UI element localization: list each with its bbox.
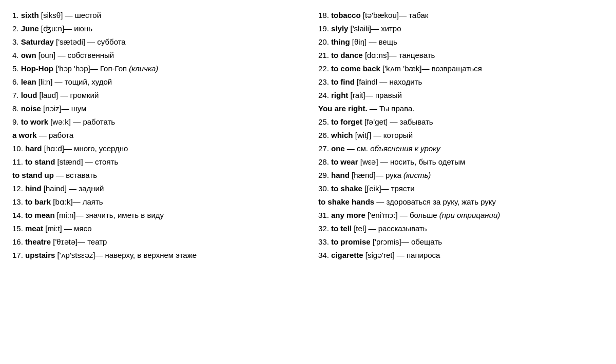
- entry-translation: больше: [410, 211, 437, 219]
- list-item: 33. to promise ['prɔmis]— обещать: [318, 236, 604, 248]
- list-item: 27. one — см. объяснения к уроку: [318, 143, 604, 155]
- entry-dash: —: [368, 104, 379, 113]
- entry-word: Hop-Hop: [21, 64, 53, 73]
- entry-num: 13.: [12, 197, 25, 206]
- entry-num: 23.: [318, 77, 331, 86]
- entry-dash: —: [71, 117, 83, 126]
- entry-num: 27.: [318, 144, 331, 153]
- entry-word: to work: [21, 117, 48, 126]
- entry-word: thing: [331, 37, 350, 46]
- list-item: 17. upstairs ['ʌp'stsεəz]— наверху, в ве…: [12, 249, 298, 261]
- entry-dash: —: [37, 131, 49, 139]
- entry-num: 21.: [318, 51, 331, 59]
- entry-phonetic: [li:n]: [36, 77, 53, 86]
- entry-word: to shake hands: [318, 197, 374, 206]
- entry-phonetic: [θiŋ]: [350, 37, 367, 46]
- entry-translation: вещь: [379, 37, 397, 46]
- entry-num: 19.: [318, 24, 331, 33]
- entry-translation: театр: [87, 237, 107, 246]
- entry-num: 8.: [12, 104, 21, 113]
- right-column: 18. tobacco [tə'bækou]— табак19. slyly […: [318, 9, 604, 262]
- entry-translation: Ты права.: [379, 104, 415, 113]
- entry-dash: —: [367, 37, 378, 46]
- entry-phonetic: [tə'bækou]: [361, 11, 399, 19]
- entry-phonetic: [oun]: [36, 51, 56, 59]
- list-item: 23. to find [faindl — находить: [318, 76, 604, 88]
- entry-dash: —: [388, 117, 399, 126]
- entry-translation: задний: [79, 184, 104, 193]
- entry-phonetic: [dɑ:ns]: [363, 51, 389, 59]
- entry-phonetic: [nɔiz]: [41, 104, 62, 113]
- entry-phonetic: ['prɔmis]: [371, 237, 401, 246]
- list-item: 28. to wear [wεə] — носить, быть одетым: [318, 156, 604, 168]
- entry-word: loud: [21, 91, 37, 99]
- list-item: 7. loud [laud] — громкий: [12, 89, 298, 102]
- entry-dash: —: [376, 171, 386, 179]
- entry-dash: —: [421, 64, 431, 73]
- entry-dash: —: [52, 77, 64, 86]
- list-item: 20. thing [θiŋ] — вещь: [318, 36, 604, 48]
- entry-num: 16.: [12, 237, 25, 246]
- entry-word: which: [331, 131, 353, 139]
- entry-translation: табак: [409, 11, 428, 19]
- list-item: 3. Saturday ['sætədi] — суббота: [12, 36, 298, 48]
- entry-dash: —: [371, 24, 381, 33]
- entry-num: 1.: [12, 11, 21, 19]
- entry-phonetic: [hænd]: [350, 171, 376, 179]
- list-item: 19. slyly ['slaili]— хитро: [318, 23, 604, 35]
- entry-word: slyly: [331, 24, 348, 33]
- entry-num: 9.: [12, 117, 21, 126]
- entry-word: own: [21, 51, 36, 59]
- entry-translation: июнь: [74, 24, 92, 33]
- entry-translation: правый: [375, 91, 402, 99]
- entry-phonetic: ['θɪətə]: [51, 237, 78, 246]
- entry-phonetic: ['slaili]: [348, 24, 371, 33]
- entry-translation: шум: [71, 104, 87, 113]
- list-item: You are right. — Ты права.: [318, 103, 604, 115]
- entry-num: 12.: [12, 184, 25, 193]
- entry-translation: возвращаться: [432, 64, 482, 73]
- entry-num: 33.: [318, 237, 331, 246]
- entry-phonetic: ['hɔp 'hɔp]: [53, 64, 90, 73]
- entry-phonetic: [haind]: [42, 184, 67, 193]
- entry-num: 20.: [318, 37, 331, 46]
- entry-translation: вставать: [66, 171, 97, 179]
- entry-dash: —: [389, 51, 399, 59]
- entry-num: 29.: [318, 171, 331, 179]
- entry-dash: —: [75, 211, 85, 219]
- list-item: 14. to mean [mi:n]— значить, иметь в вид…: [12, 209, 298, 221]
- list-item: 34. cigarette [sigə'ret] — папироса: [318, 249, 604, 261]
- entry-word: to shake: [331, 184, 362, 193]
- entry-word: You are right.: [318, 104, 368, 113]
- list-item: 30. to shake [ʃeik]— трясти: [318, 183, 604, 195]
- main-content: 1. sixth [siksθ] — шестой2. June [ʤu:n]—…: [12, 9, 604, 262]
- entry-dash: —: [377, 77, 389, 86]
- entry-translation: трясти: [391, 184, 415, 193]
- entry-dash: —: [401, 237, 411, 246]
- entry-translation: суббота: [97, 37, 125, 46]
- entry-phonetic: ['eni'mɔ:]: [365, 211, 398, 219]
- list-item: a work — работа: [12, 129, 298, 141]
- list-item: 15. meat [mi:t] — мясо: [12, 223, 298, 235]
- entry-dash: —: [398, 211, 410, 219]
- entry-dash: —: [67, 184, 79, 193]
- entry-num: 3.: [12, 37, 21, 46]
- entry-translation: см.: [357, 144, 368, 153]
- entry-translation: который: [383, 131, 413, 139]
- entry-word: to wear: [331, 157, 358, 166]
- entry-num: 31.: [318, 211, 331, 219]
- list-item: 32. to tell [tel] — рассказывать: [318, 223, 604, 235]
- list-item: 10. hard [hɑ:d]— много, усердно: [12, 143, 298, 155]
- entry-num: 10.: [12, 144, 25, 153]
- entry-word: cigarette: [331, 251, 363, 259]
- entry-translation: забывать: [400, 117, 433, 126]
- entry-translation: обещать: [411, 237, 442, 246]
- entry-translation: собственный: [68, 51, 114, 59]
- entry-translation: хитро: [381, 24, 401, 33]
- entry-num: 2.: [12, 24, 21, 33]
- entry-italic-translation: объяснения к уроку: [368, 144, 440, 153]
- entry-dash: —: [399, 11, 409, 19]
- entry-dash: —: [371, 131, 383, 139]
- entry-word: one: [331, 144, 345, 153]
- entry-word: to promise: [331, 237, 371, 246]
